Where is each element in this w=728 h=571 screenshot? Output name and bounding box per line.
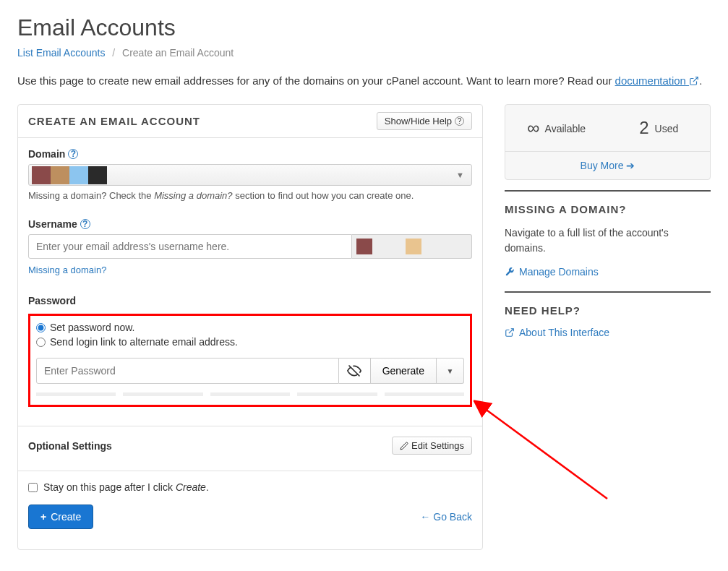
- infinity-icon: ∞: [527, 118, 539, 137]
- breadcrumb-current: Create an Email Account: [122, 47, 234, 59]
- panel-title: CREATE AN EMAIL ACCOUNT: [28, 115, 200, 127]
- domain-hint: Missing a domain? Check the Missing a do…: [28, 190, 472, 201]
- help-icon[interactable]: ?: [80, 219, 90, 229]
- about-interface-link[interactable]: About This Interface: [505, 327, 609, 338]
- optional-settings-label: Optional Settings: [28, 440, 112, 452]
- arrow-left-icon: ←: [420, 511, 430, 523]
- used-stat: 2 Used: [608, 118, 711, 138]
- help-icon[interactable]: ?: [68, 149, 78, 159]
- breadcrumb-list-link[interactable]: List Email Accounts: [17, 47, 105, 59]
- wrench-icon: [505, 267, 515, 277]
- username-input[interactable]: [28, 234, 352, 259]
- domain-suffix-box: [352, 234, 472, 259]
- password-strength-meter: [36, 392, 464, 396]
- documentation-link[interactable]: documentation: [615, 74, 700, 87]
- password-label: Password: [28, 295, 76, 306]
- arrow-circle-right-icon: ➔: [626, 160, 635, 171]
- page-title: Email Accounts: [17, 14, 711, 41]
- missing-domain-link[interactable]: Missing a domain?: [28, 265, 106, 275]
- eye-off-icon: [347, 364, 361, 378]
- missing-domain-text: Navigate to a full list of the account's…: [505, 226, 711, 256]
- intro-text: Use this page to create new email addres…: [17, 74, 711, 87]
- create-button[interactable]: + Create: [28, 505, 93, 529]
- password-input[interactable]: [36, 358, 339, 384]
- chevron-down-icon: ▼: [456, 171, 464, 179]
- manage-domains-link[interactable]: Manage Domains: [505, 266, 599, 278]
- domain-select[interactable]: ▼: [28, 164, 472, 186]
- missing-domain-heading: MISSING A DOMAIN?: [505, 203, 711, 215]
- buy-more-link[interactable]: Buy More ➔: [581, 160, 635, 171]
- generate-dropdown[interactable]: ▼: [437, 358, 464, 384]
- breadcrumb: List Email Accounts / Create an Email Ac…: [17, 47, 711, 59]
- radio-set-now[interactable]: Set password now.: [36, 322, 464, 333]
- go-back-link[interactable]: ← Go Back: [420, 511, 472, 523]
- plus-icon: +: [40, 511, 46, 523]
- radio-send-link[interactable]: Send login link to alternate email addre…: [36, 336, 464, 348]
- svg-line-2: [509, 329, 513, 333]
- toggle-visibility-button[interactable]: [339, 358, 371, 384]
- domain-label: Domain: [28, 148, 65, 160]
- question-icon: ?: [455, 116, 464, 126]
- stay-on-page-checkbox[interactable]: Stay on this page after I click Create.: [28, 481, 472, 493]
- password-section-highlight: Set password now. Send login link to alt…: [28, 314, 472, 407]
- need-help-heading: NEED HELP?: [505, 304, 711, 317]
- show-hide-help-button[interactable]: Show/Hide Help ?: [377, 112, 472, 130]
- external-link-icon: [505, 327, 515, 338]
- svg-line-0: [693, 77, 698, 82]
- generate-button[interactable]: Generate: [371, 358, 437, 384]
- chevron-down-icon: ▼: [447, 367, 454, 375]
- username-label: Username: [28, 218, 77, 230]
- external-link-icon: [689, 76, 699, 86]
- pencil-icon: [400, 442, 408, 450]
- available-stat: ∞ Available: [505, 118, 608, 138]
- edit-settings-button[interactable]: Edit Settings: [392, 437, 472, 455]
